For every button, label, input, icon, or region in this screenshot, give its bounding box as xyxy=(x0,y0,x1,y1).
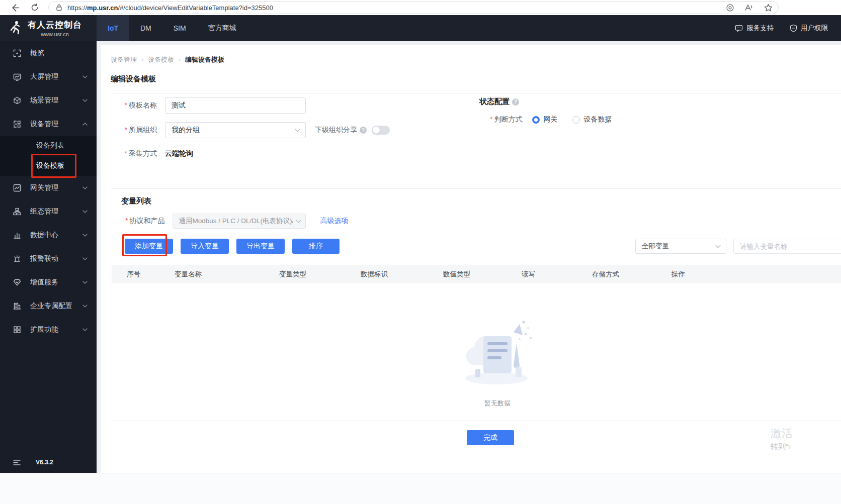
add-variable-button[interactable]: 添加变量 xyxy=(125,239,173,254)
column-header-read-write: 读写 xyxy=(522,270,592,279)
sidebar: 概览 大屏管理 场景管理 设备管理 设备列表 设备模板 网关管理 组态管理 数据… xyxy=(0,41,97,473)
radio-dot xyxy=(532,116,540,124)
gateway-icon xyxy=(13,184,21,192)
sidebar-item-device-template[interactable]: 设备模板 xyxy=(0,156,97,176)
breadcrumb-current: 编辑设备模板 xyxy=(185,55,224,64)
watermark-line2: 转到“i xyxy=(771,442,793,452)
sidebar-item-label: 网关管理 xyxy=(30,183,82,192)
import-variable-button[interactable]: 导入变量 xyxy=(181,239,229,254)
read-aloud-icon[interactable] xyxy=(743,2,754,13)
device-icon xyxy=(13,120,21,128)
sidebar-item-alarm[interactable]: 报警联动 xyxy=(0,247,97,270)
back-icon[interactable] xyxy=(9,2,20,13)
chevron-down-icon xyxy=(82,186,88,189)
judge-method-label: *判断方式 xyxy=(490,115,522,124)
chevron-down-icon xyxy=(82,305,88,308)
service-support-label: 服务支持 xyxy=(746,24,774,33)
shield-icon xyxy=(790,24,797,32)
chevron-down-icon xyxy=(82,75,88,78)
sidebar-item-data-center[interactable]: 数据中心 xyxy=(0,223,97,247)
sidebar-item-device[interactable]: 设备管理 xyxy=(0,112,97,136)
help-icon[interactable]: ? xyxy=(360,127,367,134)
empty-state-illustration xyxy=(457,317,538,392)
sub-org-share-toggle[interactable] xyxy=(372,126,390,135)
sidebar-item-label: 数据中心 xyxy=(30,231,82,240)
favorite-star-icon[interactable] xyxy=(763,2,774,13)
chevron-down-icon xyxy=(82,210,88,213)
sidebar-item-topology[interactable]: 组态管理 xyxy=(0,199,97,223)
variable-list-panel: 变量列表 *协议和产品 通用Modbus / PLC / DL/DL(电表协议)… xyxy=(111,188,841,421)
sidebar-item-label: 组态管理 xyxy=(30,207,82,216)
brand-logo[interactable]: 有人云控制台 www.usr.cn xyxy=(0,15,97,41)
collect-method-value: 云端轮询 xyxy=(165,149,193,158)
data-center-icon xyxy=(13,231,21,239)
organization-select[interactable]: 我的分组 xyxy=(165,122,306,138)
address-bar[interactable]: https://mp.usr.cn/#/cloud/device/ViewEdi… xyxy=(48,1,779,14)
collapse-sidebar-icon[interactable] xyxy=(13,459,21,466)
variable-search-input[interactable] xyxy=(733,239,841,254)
sort-button[interactable]: 排序 xyxy=(292,239,340,254)
tab-iot[interactable]: IoT xyxy=(97,15,129,41)
app-header: 有人云控制台 www.usr.cn IoT DM SIM 官方商城 服务支持 用… xyxy=(0,15,841,41)
top-nav: IoT DM SIM 官方商城 xyxy=(97,15,247,41)
sidebar-item-big-screen[interactable]: 大屏管理 xyxy=(0,65,97,88)
service-support-link[interactable]: 服务支持 xyxy=(735,24,774,33)
required-marker: * xyxy=(125,101,127,109)
column-header-data-id: 数据标识 xyxy=(361,270,443,279)
big-screen-icon xyxy=(13,73,21,81)
variable-filter-select[interactable]: 全部变量 xyxy=(635,239,726,254)
refresh-icon[interactable] xyxy=(29,2,40,13)
help-icon[interactable]: ? xyxy=(512,98,519,106)
column-header-storage: 存储方式 xyxy=(592,270,671,279)
enterprise-icon xyxy=(13,302,21,310)
sidebar-item-gateway[interactable]: 网关管理 xyxy=(0,176,97,199)
export-variable-button[interactable]: 导出变量 xyxy=(236,239,285,254)
breadcrumb-device-management[interactable]: 设备管理 xyxy=(111,55,137,64)
column-header-index: 序号 xyxy=(127,270,175,279)
lock-icon xyxy=(56,4,62,11)
breadcrumb-device-template[interactable]: 设备模板 xyxy=(148,55,174,64)
empty-state-text: 暂无数据 xyxy=(457,399,538,408)
radio-device-data[interactable]: 设备数据 xyxy=(572,115,612,124)
sub-org-share-label: 下级组织分享 ? xyxy=(315,126,367,135)
chat-icon xyxy=(735,24,743,32)
sidebar-item-scene[interactable]: 场景管理 xyxy=(0,88,97,112)
chevron-down-icon xyxy=(715,245,721,248)
advanced-options-link[interactable]: 高级选项 xyxy=(320,217,348,226)
watermark-line1: 激活 xyxy=(771,427,793,440)
sidebar-item-label: 设备管理 xyxy=(30,120,82,129)
sidebar-item-extensions[interactable]: 扩展功能 xyxy=(0,318,97,341)
bottom-strip xyxy=(0,473,841,504)
user-permission-label: 用户权限 xyxy=(801,24,828,33)
topology-icon xyxy=(13,208,21,216)
user-permission-link[interactable]: 用户权限 xyxy=(790,24,828,33)
chevron-down-icon xyxy=(82,234,88,237)
tab-official-store[interactable]: 官方商城 xyxy=(197,15,247,41)
device-submenu: 设备列表 设备模板 xyxy=(0,136,97,176)
toggle-knob xyxy=(373,127,380,134)
column-header-name: 变量名称 xyxy=(175,270,279,279)
radio-label: 网关 xyxy=(543,115,557,124)
sidebar-item-label: 概览 xyxy=(30,49,88,58)
finish-button[interactable]: 完成 xyxy=(467,430,514,445)
tab-sim[interactable]: SIM xyxy=(162,15,197,41)
sidebar-item-enterprise-config[interactable]: 企业专属配置 xyxy=(0,294,97,318)
sidebar-item-device-list[interactable]: 设备列表 xyxy=(0,136,97,156)
main-content: 设备管理 › 设备模板 › 编辑设备模板 编辑设备模板 *模板名称 *所属组织 … xyxy=(97,41,841,473)
browser-toolbar: https://mp.usr.cn/#/cloud/device/ViewEdi… xyxy=(0,0,841,15)
divider xyxy=(468,95,468,180)
radio-label: 设备数据 xyxy=(583,115,612,124)
template-name-label: *模板名称 xyxy=(112,101,157,110)
breadcrumb: 设备管理 › 设备模板 › 编辑设备模板 xyxy=(111,55,224,64)
variable-filter-value: 全部变量 xyxy=(642,242,669,251)
send-to-device-icon[interactable] xyxy=(724,2,735,13)
radio-gateway[interactable]: 网关 xyxy=(532,115,557,124)
breadcrumb-separator: › xyxy=(141,56,143,63)
sidebar-item-value-service[interactable]: 增值服务 xyxy=(0,270,97,294)
sidebar-item-overview[interactable]: 概览 xyxy=(0,41,97,65)
sidebar-item-label: 报警联动 xyxy=(30,254,82,263)
organization-label: *所属组织 xyxy=(112,126,157,135)
tab-dm[interactable]: DM xyxy=(129,15,162,41)
template-name-input[interactable] xyxy=(165,97,306,114)
sidebar-item-label: 场景管理 xyxy=(30,96,82,105)
